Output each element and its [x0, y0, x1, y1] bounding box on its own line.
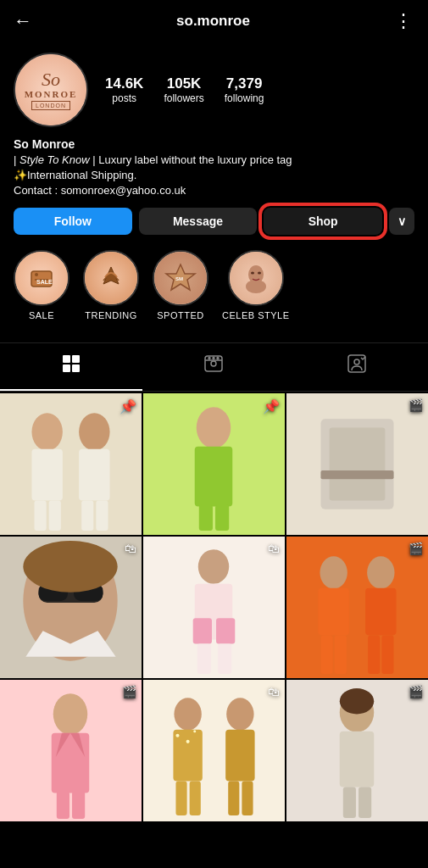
stat-posts-label: posts — [112, 92, 136, 104]
shop-icon-4: 🛍 — [125, 542, 136, 555]
highlight-sale[interactable]: SALE SALE — [14, 250, 69, 320]
svg-rect-36 — [215, 504, 229, 530]
dropdown-button[interactable]: ∨ — [389, 208, 414, 235]
tab-reels[interactable] — [142, 343, 285, 391]
grid-cell-2[interactable]: 📌 — [143, 393, 285, 535]
svg-rect-66 — [57, 791, 69, 818]
svg-rect-26 — [34, 500, 46, 530]
svg-point-17 — [208, 357, 210, 359]
stat-followers-number: 105K — [167, 75, 202, 92]
svg-point-8 — [251, 271, 254, 274]
svg-rect-84 — [343, 787, 356, 817]
highlight-spotted[interactable]: SM SPOTTED — [153, 250, 208, 320]
more-options-button[interactable]: ⋮ — [394, 10, 414, 32]
svg-rect-70 — [173, 729, 202, 781]
svg-rect-12 — [63, 364, 70, 372]
highlight-spotted-label: SPOTTED — [157, 310, 203, 320]
highlight-celeb-label: CELEB STYLE — [222, 310, 289, 320]
stat-following-number: 7,379 — [226, 75, 263, 92]
reel-icon-6: 🎬 — [409, 542, 423, 555]
tab-tagged[interactable] — [286, 343, 428, 391]
stat-following[interactable]: 7,379 following — [225, 75, 264, 104]
pin-icon-2: 📌 — [263, 398, 280, 415]
svg-rect-54 — [286, 537, 428, 678]
svg-rect-50 — [193, 618, 212, 643]
svg-rect-65 — [52, 732, 90, 793]
highlight-celeb[interactable]: CELEB STYLE — [222, 250, 289, 320]
svg-point-21 — [354, 359, 359, 364]
grid-cell-1[interactable]: 📌 — [0, 393, 142, 535]
highlight-sale-label: SALE — [29, 310, 54, 320]
svg-point-48 — [198, 549, 229, 583]
svg-point-82 — [340, 688, 374, 714]
svg-rect-78 — [228, 781, 239, 815]
svg-rect-62 — [381, 635, 393, 674]
highlight-trending[interactable]: TRENDING — [83, 250, 139, 320]
svg-point-59 — [367, 556, 394, 588]
svg-rect-40 — [320, 470, 393, 479]
message-button[interactable]: Message — [139, 208, 258, 235]
svg-rect-20 — [348, 355, 365, 372]
svg-rect-34 — [195, 446, 233, 506]
svg-rect-57 — [320, 635, 332, 674]
svg-rect-60 — [365, 587, 396, 635]
svg-rect-68 — [143, 680, 285, 821]
avatar[interactable]: So MONROE LONDON — [14, 53, 88, 127]
highlight-celeb-image — [230, 252, 282, 304]
svg-text:SALE: SALE — [36, 279, 53, 285]
svg-point-73 — [193, 730, 196, 732]
grid-cell-8[interactable]: 🛍 — [143, 680, 285, 821]
svg-point-18 — [213, 357, 214, 359]
svg-rect-29 — [79, 448, 109, 500]
bio-line3: Contact : somonroex@yahoo.co.uk — [14, 184, 186, 197]
stat-followers[interactable]: 105K followers — [164, 75, 203, 104]
highlight-trending-label: TRENDING — [85, 310, 136, 320]
svg-rect-74 — [175, 781, 186, 815]
avatar-image: So MONROE LONDON — [15, 54, 86, 125]
grid-cell-3[interactable]: 🎬 — [286, 393, 428, 535]
svg-point-1 — [35, 273, 38, 276]
svg-rect-14 — [205, 356, 222, 371]
svg-point-24 — [31, 413, 62, 451]
shop-button[interactable]: Shop — [264, 208, 382, 235]
svg-point-46 — [23, 541, 117, 593]
header: ← so.monroe ⋮ — [0, 0, 428, 42]
svg-rect-25 — [31, 448, 62, 500]
svg-point-33 — [197, 407, 231, 448]
bio-line2: ✨International Shipping. — [14, 169, 136, 181]
shop-icon-8: 🛍 — [268, 685, 280, 698]
tab-bar — [0, 342, 428, 392]
avatar-text-london: LONDON — [31, 101, 70, 110]
grid-cell-5[interactable]: 🛍 — [143, 537, 285, 678]
svg-point-72 — [186, 739, 190, 743]
highlight-sale-image: SALE — [15, 252, 68, 304]
bio-line1: | Style To Know | Luxury label without t… — [14, 153, 292, 166]
grid-cell-7[interactable]: 🎬 — [0, 680, 142, 821]
profile-section: So MONROE LONDON 14.6K posts 105K follow… — [0, 42, 428, 342]
grid-cell-4[interactable]: 🛍 — [0, 537, 142, 678]
svg-point-19 — [217, 357, 219, 359]
avatar-text-so: So — [42, 70, 60, 89]
stat-posts[interactable]: 14.6K posts — [105, 75, 143, 104]
svg-point-76 — [226, 698, 253, 730]
svg-rect-56 — [318, 587, 348, 635]
svg-rect-67 — [72, 791, 85, 818]
svg-rect-31 — [96, 500, 108, 530]
shop-icon-5: 🛍 — [268, 542, 280, 555]
grid-cell-6[interactable]: 🎬 — [286, 537, 428, 678]
svg-point-69 — [174, 698, 201, 730]
back-button[interactable]: ← — [14, 10, 32, 32]
tab-grid[interactable] — [0, 343, 142, 391]
stat-posts-number: 14.6K — [105, 75, 143, 92]
svg-rect-79 — [242, 781, 253, 815]
highlight-trending-circle — [83, 250, 139, 306]
svg-point-64 — [53, 693, 87, 735]
svg-rect-75 — [190, 781, 201, 815]
bio-section: So Monroe | Style To Know | Luxury label… — [14, 137, 414, 199]
grid-cell-9[interactable]: 🎬 — [286, 680, 428, 821]
stat-following-label: following — [225, 92, 264, 104]
svg-rect-23 — [0, 393, 142, 535]
follow-button[interactable]: Follow — [14, 208, 132, 235]
svg-point-7 — [246, 280, 266, 293]
svg-point-55 — [320, 556, 347, 588]
